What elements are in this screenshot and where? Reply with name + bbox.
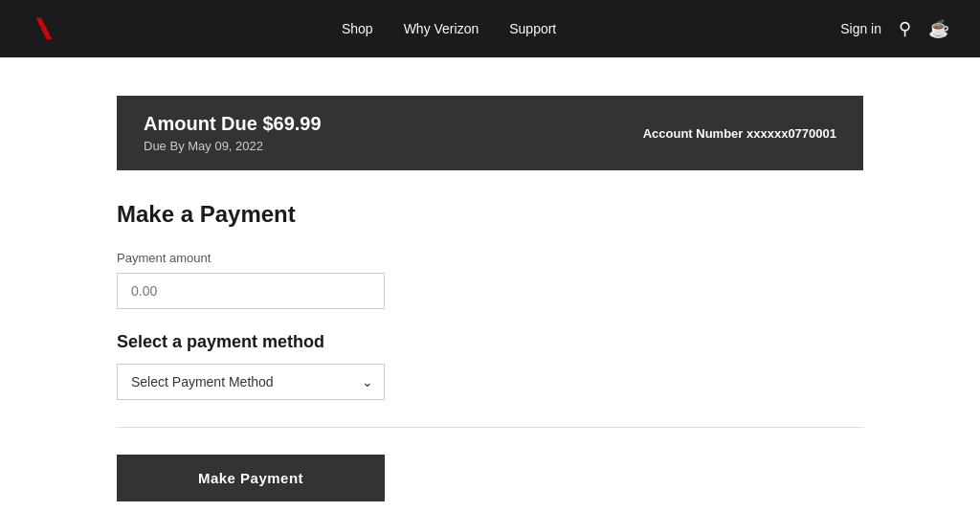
payment-method-select[interactable]: Select Payment Method Credit Card Debit …: [117, 364, 385, 400]
account-number-prefix: Account Number: [643, 126, 746, 141]
navbar: Shop Why Verizon Support Sign in ⚲ ☕: [0, 0, 980, 57]
section-divider: [117, 427, 863, 428]
navbar-actions: Sign in ⚲ ☕: [840, 18, 949, 39]
make-payment-button[interactable]: Make Payment: [117, 455, 385, 501]
amount-due-banner: Amount Due $69.99 Due By May 09, 2022 Ac…: [117, 96, 863, 170]
payment-amount-group: Payment amount: [117, 251, 863, 309]
cart-icon[interactable]: ☕: [928, 18, 949, 39]
amount-left: Amount Due $69.99 Due By May 09, 2022: [144, 113, 322, 153]
payment-method-select-wrapper: Select Payment Method Credit Card Debit …: [117, 364, 385, 400]
nav-shop[interactable]: Shop: [342, 21, 373, 36]
account-number-value: xxxxxx0770001: [746, 126, 836, 141]
payment-amount-input[interactable]: [117, 273, 385, 309]
verizon-logo[interactable]: [31, 15, 57, 42]
search-icon[interactable]: ⚲: [899, 18, 911, 39]
sign-in-link[interactable]: Sign in: [840, 21, 881, 36]
payment-amount-label: Payment amount: [117, 251, 863, 265]
nav-support[interactable]: Support: [509, 21, 556, 36]
main-content: Amount Due $69.99 Due By May 09, 2022 Ac…: [98, 57, 882, 512]
due-date: Due By May 09, 2022: [144, 139, 322, 153]
nav-why-verizon[interactable]: Why Verizon: [404, 21, 479, 36]
payment-method-section-label: Select a payment method: [117, 332, 863, 352]
amount-due-title: Amount Due $69.99: [144, 113, 322, 135]
nav-links: Shop Why Verizon Support: [342, 21, 556, 36]
account-number: Account Number xxxxxx0770001: [643, 126, 836, 141]
payment-method-group: Select a payment method Select Payment M…: [117, 332, 863, 400]
page-title: Make a Payment: [117, 201, 863, 228]
